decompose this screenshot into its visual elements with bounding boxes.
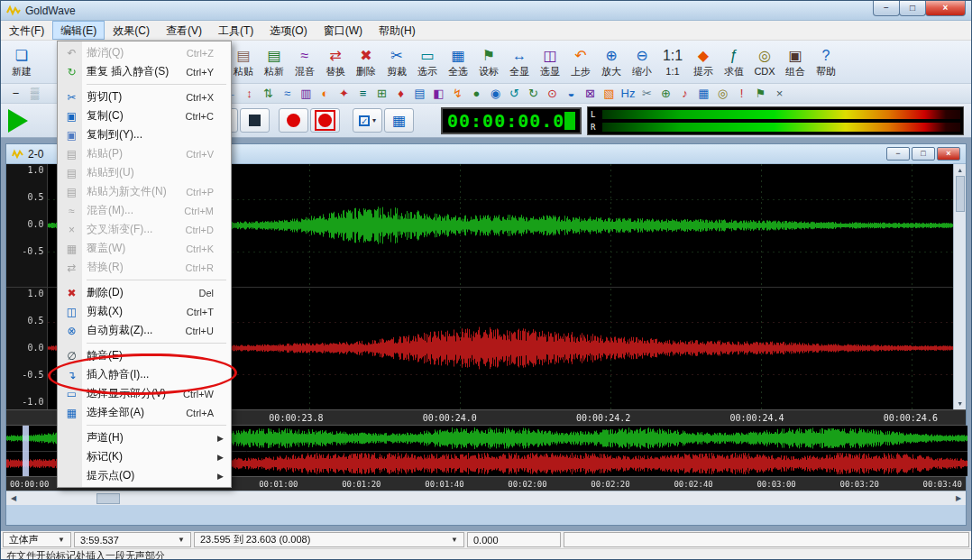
toolbar-button[interactable]: ▣ 组合 [780, 41, 811, 82]
scroll-right-icon[interactable]: ▶ [951, 494, 966, 502]
menu-item[interactable]: 声道(H) ▶ [60, 428, 229, 447]
horizontal-scrollbar[interactable]: ◀ ▶ [6, 491, 966, 505]
toolbar-button[interactable]: ▦ 全选 [443, 41, 473, 82]
doc-maximize-button[interactable]: □ [912, 147, 935, 161]
toolbar-button[interactable]: 1:1 1:1 [657, 41, 688, 82]
menubar-item[interactable]: 效果(C) [105, 21, 158, 40]
vertical-scrollbar[interactable]: ▲ ▼ [953, 164, 966, 409]
effect-icon[interactable]: ↕ [240, 85, 259, 103]
effect-icon[interactable]: ◐ [316, 85, 335, 103]
toolbar-button[interactable]: ↶ 上步 [565, 41, 596, 82]
effect-icon[interactable]: ● [467, 85, 486, 103]
effect-icon[interactable]: ◉ [486, 85, 505, 103]
menu-item[interactable] [87, 280, 226, 280]
effect-icon[interactable]: ♪ [675, 85, 694, 103]
hscroll-thumb[interactable] [96, 493, 120, 504]
toolbar-button[interactable]: ⊖ 缩小 [627, 41, 657, 82]
menu-item[interactable]: ↶ 撤消(Q) Ctrl+Z [60, 43, 229, 62]
minimize-button[interactable]: − [873, 1, 900, 16]
length-selector[interactable]: 3:59.537 ▼ [74, 532, 191, 547]
menu-item[interactable]: 提示点(O) ▶ [60, 466, 229, 485]
toolbar-button[interactable]: ◫ 选显 [535, 41, 565, 82]
menubar-item[interactable]: 文件(F) [1, 21, 52, 40]
menu-item[interactable]: ▣ 复制到(Y)... [60, 125, 229, 144]
effect-icon[interactable]: ! [732, 85, 751, 103]
menu-item[interactable] [87, 425, 226, 426]
menu-item[interactable]: ↻ 重复 插入静音(S) Ctrl+Y [60, 62, 229, 81]
menu-item[interactable] [87, 84, 226, 85]
menubar-item[interactable]: 工具(T) [210, 21, 261, 40]
menu-item[interactable]: ✂ 剪切(T) Ctrl+X [60, 87, 229, 106]
effect-icon[interactable]: ✦ [335, 85, 353, 103]
effect-icon[interactable]: ↻ [524, 85, 543, 103]
toolbar-button[interactable]: ▤ 粘新 [259, 41, 289, 82]
effect-icon[interactable]: ⊙ [543, 85, 562, 103]
menu-item[interactable]: ▣ 复制(C) Ctrl+C [60, 106, 229, 125]
menu-item[interactable]: ⊗ 自动剪裁(Z)... Ctrl+U [60, 321, 229, 340]
effect-icon[interactable]: ≈ [278, 85, 297, 103]
effect-icon[interactable]: ⚑ [751, 85, 770, 103]
vscroll-thumb[interactable] [956, 176, 965, 212]
toolbar-button[interactable]: ▤ 粘贴 [228, 41, 259, 82]
menu-item[interactable]: ▤ 粘贴(P) Ctrl+V [60, 144, 229, 163]
close-button[interactable]: × [925, 1, 966, 16]
menu-item[interactable]: ▦ 选择全部(A) Ctrl+A [60, 403, 229, 422]
doc-minimize-button[interactable]: − [886, 147, 910, 161]
maximize-button[interactable]: □ [899, 1, 926, 16]
effect-icon[interactable]: ◒ [562, 85, 581, 103]
effect-icon[interactable]: ⊕ [656, 85, 675, 103]
scroll-up-icon[interactable]: ▲ [957, 164, 963, 176]
toolbar-button[interactable]: ⇄ 替换 [320, 41, 351, 82]
new-button[interactable]: ❏ 新建 [6, 41, 37, 82]
toolbar-button[interactable]: ≈ 混音 [289, 41, 320, 82]
menu-item[interactable]: × 交叉渐变(F)... Ctrl+D [60, 220, 229, 239]
toolbar-button[interactable]: ▭ 选示 [412, 41, 443, 82]
visual-properties-button[interactable]: ▦ [384, 108, 414, 133]
toolbar-button[interactable]: ✖ 删除 [351, 41, 381, 82]
menu-item[interactable]: ✖ 删除(D) Del [60, 283, 229, 302]
menu-item[interactable]: ≈ 混音(M)... Ctrl+M [60, 201, 229, 220]
control-properties-button[interactable]: ✓ ▾ [353, 108, 382, 133]
effect-icon[interactable]: × [770, 85, 789, 103]
scroll-down-icon[interactable]: ▼ [957, 398, 963, 409]
menubar-item[interactable]: 帮助(H) [371, 21, 424, 40]
toolbar-button[interactable]: ↔ 全显 [504, 41, 535, 82]
selection-range-selector[interactable]: 23.595 到 23.603 (0.008) ▼ [194, 532, 464, 547]
effect-icon[interactable]: ⇅ [259, 85, 278, 103]
menu-item[interactable]: ▤ 粘贴到(U) [60, 163, 229, 182]
menu-item[interactable]: ◫ 剪裁(X) Ctrl+T [60, 302, 229, 321]
menu-item[interactable]: ▤ 粘贴为新文件(N) Ctrl+P [60, 182, 229, 201]
toolbar-button[interactable]: ⊕ 放大 [596, 41, 627, 82]
channel-mode-selector[interactable]: 立体声 ▼ [3, 532, 71, 547]
effect-icon[interactable]: ↯ [448, 85, 467, 103]
toolbar-button[interactable]: ? 帮助 [811, 41, 841, 82]
effect-icon[interactable]: − [6, 85, 25, 103]
effect-icon[interactable]: ◧ [429, 85, 448, 103]
menu-item[interactable]: ▦ 覆盖(W) Ctrl+K [60, 239, 229, 258]
record-selection-button[interactable] [310, 108, 340, 133]
effect-icon[interactable]: ▦ [694, 85, 713, 103]
doc-close-button[interactable]: × [937, 147, 960, 161]
menu-item[interactable]: ▭ 选择显示部分(V) Ctrl+W [60, 384, 229, 403]
play-button[interactable] [8, 109, 28, 133]
stop-button[interactable] [240, 108, 270, 133]
menu-item[interactable]: ⇄ 替换(R) Ctrl+R [60, 258, 229, 277]
effect-icon[interactable]: ♦ [391, 85, 410, 103]
menubar-item[interactable]: 选项(O) [261, 21, 315, 40]
effect-icon[interactable]: ↺ [505, 85, 524, 103]
effect-icon[interactable]: ▤ [410, 85, 429, 103]
toolbar-button[interactable]: ƒ 求值 [719, 41, 749, 82]
scroll-left-icon[interactable]: ◀ [6, 494, 21, 502]
menubar-item[interactable]: 编辑(E) [52, 21, 105, 40]
effect-icon[interactable]: ⊠ [581, 85, 600, 103]
effect-icon[interactable]: ✂ [637, 85, 656, 103]
menu-item[interactable]: ∅ 静音(E) [60, 346, 229, 365]
effect-icon[interactable]: ≡ [353, 85, 372, 103]
menu-item[interactable]: ↴ 插入静音(I)... [60, 365, 229, 384]
effect-icon[interactable]: ⊞ [372, 85, 391, 103]
effect-icon[interactable]: ▧ [600, 85, 619, 103]
toolbar-button[interactable]: ◆ 提示 [688, 41, 719, 82]
effect-icon[interactable]: ▒ [25, 85, 44, 103]
effect-icon[interactable]: ◎ [713, 85, 732, 103]
menubar-item[interactable]: 窗口(W) [316, 21, 371, 40]
